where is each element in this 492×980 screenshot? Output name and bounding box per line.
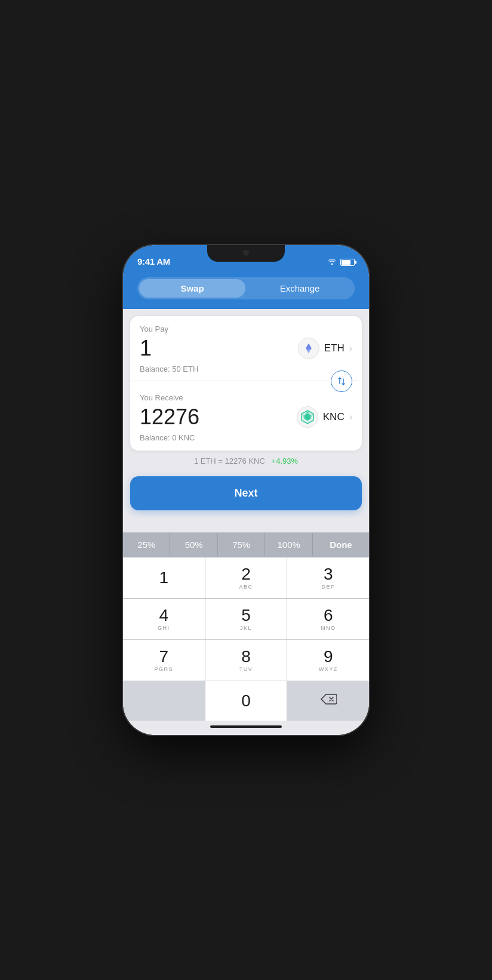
header: Swap Exchange xyxy=(123,271,369,309)
receive-section: You Receive 12276 xyxy=(130,381,362,451)
done-button[interactable]: Done xyxy=(313,533,369,556)
eth-icon-circle xyxy=(298,338,319,359)
pct-25-button[interactable]: 25% xyxy=(123,533,170,556)
battery-icon xyxy=(340,259,355,266)
eth-token-selector[interactable]: ETH › xyxy=(298,338,352,359)
receive-label: You Receive xyxy=(140,393,352,402)
main-content: You Pay 1 xyxy=(123,309,369,735)
pct-100-button[interactable]: 100% xyxy=(265,533,312,556)
notch xyxy=(207,245,285,262)
eth-chevron-icon: › xyxy=(349,343,352,354)
pay-amount-row: 1 ETH › xyxy=(140,336,352,361)
phone-screen: 9:41 AM Swap Exchange xyxy=(123,245,369,735)
key-empty xyxy=(123,681,205,721)
key-0[interactable]: 0 xyxy=(205,681,287,721)
divider-row xyxy=(130,381,362,381)
knc-token-selector[interactable]: KNC › xyxy=(297,406,352,428)
status-time: 9:41 AM xyxy=(137,256,170,267)
key-2[interactable]: 2 ABC xyxy=(205,558,287,598)
key-5[interactable]: 5 JKL xyxy=(205,599,287,639)
phone-frame: 9:41 AM Swap Exchange xyxy=(123,245,369,735)
pct-75-button[interactable]: 75% xyxy=(218,533,265,556)
tab-switcher: Swap Exchange xyxy=(137,277,355,299)
camera xyxy=(243,250,249,256)
knc-icon-circle xyxy=(297,406,318,428)
spacer xyxy=(123,517,369,532)
numpad: 1 2 ABC 3 DEF 4 GHI xyxy=(123,557,369,721)
wifi-icon xyxy=(327,258,337,267)
key-6[interactable]: 6 MNO xyxy=(287,599,369,639)
status-icons xyxy=(327,258,355,267)
pct-50-button[interactable]: 50% xyxy=(170,533,217,556)
home-bar xyxy=(210,725,282,728)
keyboard-section: 25% 50% 75% 100% Done 1 2 ABC xyxy=(123,532,369,721)
key-3[interactable]: 3 DEF xyxy=(287,558,369,598)
rate-row: 1 ETH = 12276 KNC +4.93% xyxy=(123,451,369,469)
tab-exchange[interactable]: Exchange xyxy=(247,279,353,298)
key-8[interactable]: 8 TUV xyxy=(205,640,287,681)
next-button[interactable]: Next xyxy=(130,476,362,510)
key-backspace[interactable] xyxy=(287,681,369,721)
key-4[interactable]: 4 GHI xyxy=(123,599,205,639)
rate-change: +4.93% xyxy=(272,457,298,466)
swap-card: You Pay 1 xyxy=(130,316,362,451)
key-1[interactable]: 1 xyxy=(123,558,205,598)
swap-direction-button[interactable] xyxy=(331,370,352,392)
backspace-icon xyxy=(320,693,337,709)
pay-balance: Balance: 50 ETH xyxy=(140,365,352,373)
home-indicator xyxy=(123,721,369,735)
key-9[interactable]: 9 WXYZ xyxy=(287,640,369,681)
receive-balance: Balance: 0 KNC xyxy=(140,433,352,442)
eth-token-name: ETH xyxy=(324,342,345,354)
pay-label: You Pay xyxy=(140,324,352,333)
tab-swap[interactable]: Swap xyxy=(139,279,245,298)
knc-token-name: KNC xyxy=(323,411,345,423)
receive-amount: 12276 xyxy=(140,405,199,430)
rate-text: 1 ETH = 12276 KNC xyxy=(194,457,265,466)
pay-section: You Pay 1 xyxy=(130,316,362,381)
receive-amount-row: 12276 xyxy=(140,405,352,430)
pay-amount: 1 xyxy=(140,336,152,361)
knc-chevron-icon: › xyxy=(349,412,352,422)
keyboard-top-row: 25% 50% 75% 100% Done xyxy=(123,532,369,557)
key-7[interactable]: 7 PGRS xyxy=(123,640,205,681)
